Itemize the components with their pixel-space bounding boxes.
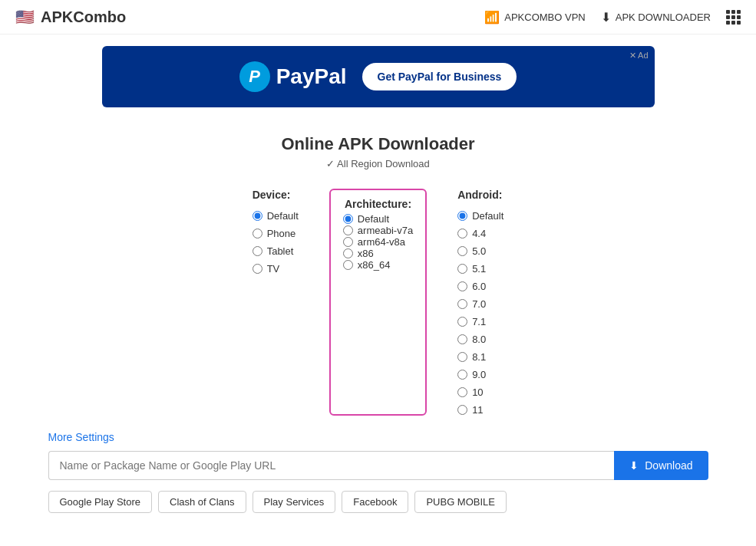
- device-filter-label: Device:: [253, 189, 291, 201]
- android-radio-default[interactable]: [457, 211, 467, 221]
- device-option-tv[interactable]: TV: [253, 263, 280, 275]
- paypal-text: PayPal: [276, 64, 347, 89]
- quick-link-google-play-store[interactable]: Google Play Store: [48, 491, 153, 513]
- download-arrow-icon: ⬇: [629, 459, 639, 472]
- device-label-phone: Phone: [267, 228, 296, 239]
- arch-option-arm64[interactable]: arm64-v8a: [343, 236, 413, 248]
- paypal-logo: P PayPal: [239, 61, 347, 92]
- apps-nav-item[interactable]: [726, 10, 741, 25]
- device-filter-group: Device: Default Phone Tablet TV: [253, 189, 299, 416]
- android-option-80[interactable]: 8.0: [457, 334, 486, 345]
- arch-radio-default[interactable]: [343, 214, 353, 224]
- android-radio-10[interactable]: [457, 387, 467, 397]
- download-nav-icon: ⬇: [601, 10, 611, 25]
- android-radio-11[interactable]: [457, 405, 467, 415]
- arch-label-armeabi: armeabi-v7a: [358, 225, 413, 236]
- device-radio-default[interactable]: [253, 211, 262, 221]
- quick-links: Google Play Store Clash of Clans Play Se…: [41, 491, 716, 513]
- android-label-60: 6.0: [472, 281, 486, 292]
- android-label-81: 8.1: [472, 351, 486, 363]
- android-option-10[interactable]: 10: [457, 386, 483, 398]
- android-option-44[interactable]: 4.4: [457, 228, 486, 239]
- quick-link-clash-of-clans[interactable]: Clash of Clans: [158, 491, 246, 513]
- header: 🇺🇸 APKCombo 📶 APKCOMBO VPN ⬇ APK DOWNLOA…: [0, 0, 756, 35]
- vpn-nav-item[interactable]: 📶 APKCOMBO VPN: [484, 10, 585, 25]
- wifi-icon: 📶: [484, 10, 500, 25]
- grid-icon: [726, 10, 741, 25]
- android-label-70: 7.0: [472, 298, 486, 310]
- arch-option-default[interactable]: Default: [343, 213, 413, 225]
- device-option-phone[interactable]: Phone: [253, 228, 296, 239]
- page-subtitle: ✓ All Region Download: [15, 158, 741, 169]
- android-label-51: 5.1: [472, 263, 486, 275]
- arch-radio-x86_64[interactable]: [343, 260, 353, 270]
- android-filter-group: Android: Default 4.4 5.0 5.1 6.0: [457, 189, 503, 416]
- search-input[interactable]: [48, 451, 615, 480]
- search-bar-container: ⬇ Download: [41, 451, 716, 480]
- android-radio-51[interactable]: [457, 264, 467, 274]
- vpn-label: APKCOMBO VPN: [504, 12, 585, 23]
- android-label-80: 8.0: [472, 334, 486, 345]
- device-option-default[interactable]: Default: [253, 210, 299, 222]
- android-label-default: Default: [472, 210, 503, 222]
- android-option-51[interactable]: 5.1: [457, 263, 486, 275]
- android-option-default[interactable]: Default: [457, 210, 503, 222]
- android-label-10: 10: [472, 386, 483, 398]
- filter-section: Device: Default Phone Tablet TV Architec…: [15, 189, 741, 416]
- device-label-tablet: Tablet: [267, 245, 294, 257]
- ad-close-button[interactable]: ✕ Ad: [629, 51, 649, 61]
- android-label-44: 4.4: [472, 228, 486, 239]
- apk-downloader-nav-item[interactable]: ⬇ APK DOWNLOADER: [601, 10, 711, 25]
- android-label-50: 5.0: [472, 245, 486, 257]
- device-label-default: Default: [267, 210, 299, 222]
- arch-label-arm64: arm64-v8a: [358, 236, 405, 248]
- android-option-60[interactable]: 6.0: [457, 281, 486, 292]
- android-radio-44[interactable]: [457, 229, 467, 238]
- arch-label-default: Default: [358, 213, 389, 225]
- android-radio-90[interactable]: [457, 370, 467, 380]
- more-settings-section: More Settings: [41, 431, 716, 443]
- arch-option-x86_64[interactable]: x86_64: [343, 259, 413, 271]
- android-option-11[interactable]: 11: [457, 404, 483, 416]
- android-option-81[interactable]: 8.1: [457, 351, 486, 363]
- device-radio-tv[interactable]: [253, 264, 262, 274]
- device-radio-tablet[interactable]: [253, 246, 262, 256]
- paypal-cta-button[interactable]: Get PayPal for Business: [362, 63, 517, 90]
- download-button[interactable]: ⬇ Download: [614, 451, 708, 480]
- android-option-50[interactable]: 5.0: [457, 245, 486, 257]
- more-settings-link[interactable]: More Settings: [48, 431, 114, 443]
- android-radio-71[interactable]: [457, 317, 467, 327]
- header-nav: 📶 APKCOMBO VPN ⬇ APK DOWNLOADER: [484, 10, 741, 25]
- android-option-71[interactable]: 7.1: [457, 316, 486, 327]
- main-content: Online APK Downloader ✓ All Region Downl…: [0, 119, 756, 528]
- arch-radio-armeabi[interactable]: [343, 225, 353, 235]
- apk-downloader-label: APK DOWNLOADER: [616, 12, 711, 23]
- arch-filter-label: Architecture:: [343, 198, 413, 210]
- quick-link-play-services[interactable]: Play Services: [253, 491, 336, 513]
- arch-label-x86_64: x86_64: [358, 259, 391, 271]
- android-filter-label: Android:: [457, 189, 502, 201]
- page-title: Online APK Downloader: [15, 134, 741, 154]
- android-label-90: 9.0: [472, 369, 486, 380]
- arch-option-armeabi[interactable]: armeabi-v7a: [343, 225, 413, 236]
- arch-option-x86[interactable]: x86: [343, 248, 413, 259]
- android-option-70[interactable]: 7.0: [457, 298, 486, 310]
- arch-radio-x86[interactable]: [343, 248, 353, 258]
- android-option-90[interactable]: 9.0: [457, 369, 486, 380]
- logo[interactable]: 🇺🇸 APKCombo: [15, 8, 126, 26]
- android-radio-81[interactable]: [457, 352, 467, 362]
- quick-link-facebook[interactable]: Facebook: [342, 491, 408, 513]
- device-label-tv: TV: [267, 263, 280, 275]
- android-label-71: 7.1: [472, 316, 486, 327]
- android-label-11: 11: [472, 404, 483, 416]
- quick-link-pubg-mobile[interactable]: PUBG MOBILE: [414, 491, 507, 513]
- android-radio-80[interactable]: [457, 334, 467, 344]
- arch-label-x86: x86: [358, 248, 374, 259]
- android-radio-60[interactable]: [457, 281, 467, 291]
- device-radio-phone[interactable]: [253, 229, 262, 238]
- arch-radio-arm64[interactable]: [343, 237, 353, 247]
- android-radio-50[interactable]: [457, 246, 467, 256]
- android-radio-70[interactable]: [457, 299, 467, 309]
- ad-banner: ✕ Ad P PayPal Get PayPal for Business: [102, 46, 655, 107]
- device-option-tablet[interactable]: Tablet: [253, 245, 294, 257]
